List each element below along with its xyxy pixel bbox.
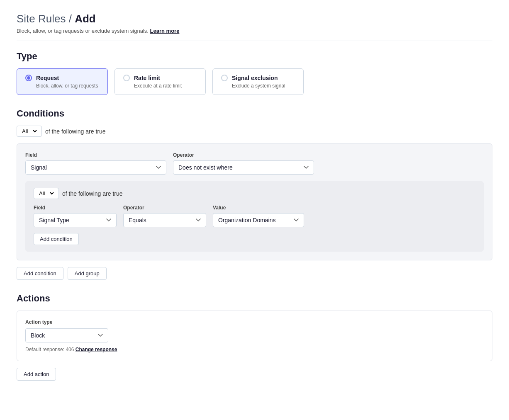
action-type-label: Action type [25,319,484,325]
condition-group: Field Signal Signal Type IP Address Coun… [17,143,492,260]
inner-following-text: of the following are true [62,190,123,197]
outer-operator-col: Operator Does not exist where Exists Doe… [173,152,314,175]
page-subtitle: Block, allow, or tag requests or exclude… [17,28,492,34]
page-title: Site Rules / Add [17,12,492,25]
conditions-following-text: of the following are true [45,128,106,135]
outer-field-select[interactable]: Signal Signal Type IP Address Country [25,160,166,175]
type-signal-exclusion-desc: Exclude a system signal [221,83,295,89]
inner-field-label: Field [34,205,117,211]
type-card-request[interactable]: Request Block, allow, or tag requests [17,68,108,95]
conditions-header: All Any of the following are true [17,126,492,137]
inner-value-col: Value Organization Domains IP Reputation… [213,205,304,227]
actions-section: Actions Action type Block Allow Tag Defa… [17,293,492,381]
radio-request [25,75,32,81]
learn-more-link[interactable]: Learn more [150,28,180,34]
type-card-signal-exclusion[interactable]: Signal exclusion Exclude a system signal [212,68,304,95]
inner-field-select[interactable]: Signal Type Signal IP Address [34,213,117,227]
conditions-section: Conditions All Any of the following are … [17,108,492,280]
inner-header: All Any of the following are true [34,188,475,199]
outer-field-label: Field [25,152,166,158]
radio-rate-limit [123,75,130,81]
add-condition-button[interactable]: Add condition [17,267,63,280]
outer-field-row: Field Signal Signal Type IP Address Coun… [25,152,484,175]
type-rate-limit-label: Rate limit [134,75,160,81]
action-type-select[interactable]: Block Allow Tag [25,328,108,342]
inner-add-condition-button[interactable]: Add condition [34,233,79,245]
inner-operator-col: Operator Equals Does not equal Exists [123,205,206,227]
all-select-wrapper[interactable]: All Any [17,126,42,137]
inner-field-col: Field Signal Type Signal IP Address [34,205,117,227]
outer-operator-label: Operator [173,152,314,158]
add-group-button[interactable]: Add group [68,267,107,280]
bottom-buttons: Add condition Add group [17,267,492,280]
type-request-label: Request [36,75,59,81]
inner-field-row: Field Signal Type Signal IP Address Oper… [34,205,475,227]
header-divider [17,41,492,41]
outer-field-col: Field Signal Signal Type IP Address Coun… [25,152,166,175]
type-signal-exclusion-label: Signal exclusion [232,75,278,81]
inner-operator-select[interactable]: Equals Does not equal Exists [123,213,206,227]
actions-section-title: Actions [17,293,492,304]
action-group: Action type Block Allow Tag Default resp… [17,311,492,361]
type-section: Type Request Block, allow, or tag reques… [17,51,492,95]
type-options: Request Block, allow, or tag requests Ra… [17,68,492,95]
all-select[interactable]: All Any [20,128,38,135]
inner-group: All Any of the following are true Field … [25,181,484,252]
type-request-desc: Block, allow, or tag requests [25,83,99,89]
radio-signal-exclusion [221,75,228,81]
change-response-link[interactable]: Change response [75,347,117,352]
inner-all-select[interactable]: All Any [37,190,55,197]
type-card-rate-limit[interactable]: Rate limit Execute at a rate limit [114,68,206,95]
type-rate-limit-desc: Execute at a rate limit [123,83,197,89]
page-header: Site Rules / Add Block, allow, or tag re… [17,12,492,34]
conditions-section-title: Conditions [17,108,492,119]
add-action-button[interactable]: Add action [17,368,56,381]
outer-operator-select[interactable]: Does not exist where Exists Does not exi… [173,160,314,175]
type-section-title: Type [17,51,492,62]
inner-operator-label: Operator [123,205,206,211]
inner-all-select-wrapper[interactable]: All Any [34,188,59,199]
default-response: Default response: 406 Change response [25,347,484,352]
inner-value-label: Value [213,205,304,211]
inner-value-select[interactable]: Organization Domains IP Reputation Tor N… [213,213,304,227]
